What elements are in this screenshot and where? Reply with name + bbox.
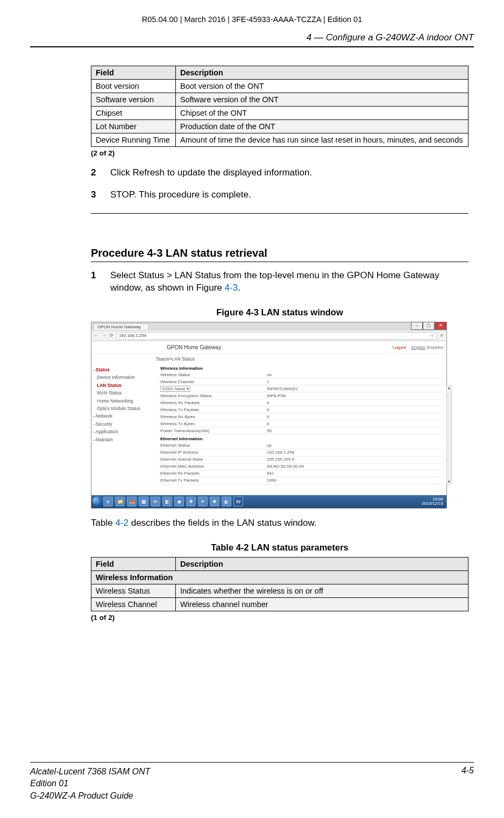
sidebar: Status Device Information LAN Status WAN…	[91, 364, 155, 488]
step-num: 3	[91, 189, 101, 201]
step-1: 1 Select Status > LAN Status from the to…	[91, 270, 468, 294]
nav-fwd-icon[interactable]: →	[101, 333, 107, 339]
taskbar-chrome-icon[interactable]: ◐	[222, 497, 231, 506]
section-header: 4 — Configure a G-240WZ-A indoor ONT	[30, 29, 474, 46]
table-link[interactable]: 4-2	[115, 518, 129, 528]
page-footer: Alcatel-Lucent 7368 ISAM ONT Edition 01 …	[30, 762, 474, 802]
lang-es-link[interactable]: Español	[428, 345, 443, 350]
nav-security[interactable]: Security	[94, 420, 153, 428]
url-text: 192.168.1.254	[119, 333, 146, 339]
label: Wireless Tx Packets	[158, 406, 265, 413]
label: Ethernet Subnet Mask	[158, 456, 265, 463]
menu-icon[interactable]: ≡	[439, 333, 444, 339]
window-min-button[interactable]: –	[411, 322, 423, 330]
label: Ethernet IP Address	[158, 449, 265, 456]
table-note: (1 of 2)	[91, 614, 468, 622]
figure-link[interactable]: 4-3	[225, 283, 238, 293]
taskbar-word-icon[interactable]: W	[233, 497, 243, 506]
label: Power Transmission(mW)	[158, 427, 265, 434]
nav-home-networking[interactable]: Home Networking	[94, 397, 153, 405]
figure-caption: Figure 4-3 LAN status window	[91, 307, 468, 318]
wireless-info-heading: Wireless Information	[158, 364, 443, 372]
nav-status[interactable]: Status	[94, 366, 153, 373]
scrollbar[interactable]	[446, 385, 452, 484]
value: 0	[265, 420, 443, 427]
nav-back-icon[interactable]: ←	[94, 333, 99, 339]
th-desc: Description	[176, 66, 468, 80]
value: INFINITUM4321	[265, 385, 443, 392]
nav-device-info[interactable]: Device Information	[94, 373, 153, 381]
taskbar-app-icon[interactable]: ❖	[186, 497, 196, 506]
step-text: Select Status > LAN Status from the top-…	[110, 270, 468, 294]
start-button[interactable]	[93, 497, 101, 505]
nav-network[interactable]: Network	[94, 412, 153, 420]
value: 50	[265, 427, 443, 434]
cell: Boot version	[91, 80, 176, 93]
label: Wireless Channel	[158, 378, 265, 385]
system-tray[interactable]: 15:06 2013/12/18	[422, 497, 445, 506]
main-panel: Wireless Information Wireless Statuson W…	[155, 364, 446, 488]
nav-reload-icon[interactable]: ⟳	[109, 333, 114, 339]
label: Ethernet Status	[158, 442, 265, 449]
step-num: 2	[91, 167, 101, 179]
address-bar[interactable]: 192.168.1.254 ☆	[116, 332, 437, 340]
cell: Wireless Channel	[91, 597, 176, 611]
label: Wireless Tx Bytes	[158, 420, 265, 427]
bookmark-icon[interactable]: ☆	[430, 333, 434, 339]
taskbar-explorer-icon[interactable]: 📁	[115, 497, 125, 506]
taskbar-ie-icon[interactable]: e	[103, 497, 113, 506]
label: Wireless Rx Bytes	[158, 413, 265, 420]
nav-application[interactable]: Application	[94, 428, 153, 435]
taskbar-app-icon[interactable]: ✚	[210, 497, 219, 506]
nav-maintain[interactable]: Maintain	[94, 436, 153, 443]
cell: Indicates whether the wireless is on or …	[176, 584, 468, 597]
window-close-button[interactable]: ✕	[435, 322, 446, 330]
wireless-info-table: Wireless Information Wireless Statuson W…	[158, 364, 443, 484]
table-note: (2 of 2)	[91, 149, 468, 157]
taskbar-firefox-icon[interactable]: 🦊	[127, 497, 137, 506]
footer-edition: Edition 01	[30, 778, 150, 789]
cell: Software version of the ONT	[176, 93, 468, 107]
th-desc: Description	[176, 557, 468, 570]
window-max-button[interactable]: ▢	[423, 322, 435, 330]
taskbar-app-icon[interactable]: ▦	[139, 497, 148, 506]
value: 841	[265, 470, 443, 477]
browser-tab[interactable]: GPON Home Gateway	[94, 323, 149, 330]
ethernet-info-heading: Ethernet Information	[158, 434, 443, 442]
value: 0	[265, 399, 443, 406]
ssid-select-cell: SSID1 Name ▾	[158, 385, 265, 392]
cell: Amount of time the device has run since …	[176, 133, 468, 147]
text: Table	[91, 518, 115, 528]
taskbar-app-icon[interactable]: ✦	[198, 497, 208, 506]
logout-link[interactable]: Logout	[393, 345, 406, 350]
breadcrumb: Status>LAN Status	[91, 354, 446, 364]
th-field: Field	[91, 557, 176, 570]
ssid-select[interactable]: SSID1 Name ▾	[160, 386, 190, 392]
value: A8:AD:3D:00:00:04	[265, 463, 443, 470]
lang-en-link[interactable]: English	[411, 345, 425, 350]
footer-guide: G-240WZ-A Product Guide	[30, 790, 150, 802]
cell: Wireless channel number	[176, 597, 468, 611]
step-text: Click Refresh to update the displayed in…	[110, 167, 312, 179]
section-row: Wireless Information	[91, 570, 468, 584]
text: Select Status > LAN Status from the top-…	[110, 270, 439, 293]
taskbar-app-icon[interactable]: ✉	[151, 497, 160, 506]
label: Ethernet Rx Packets	[158, 470, 265, 477]
nav-lan-status[interactable]: LAN Status	[94, 382, 153, 389]
cell: Device Running Time	[91, 133, 176, 147]
taskbar-app-icon[interactable]: ◆	[174, 497, 184, 506]
value: 1	[265, 378, 443, 385]
cell: Chipset	[91, 107, 176, 120]
nav-optics[interactable]: Optics Module Status	[94, 405, 153, 412]
value: on	[265, 371, 443, 378]
cell: Lot Number	[91, 120, 176, 133]
nav-wan-status[interactable]: WAN Status	[94, 389, 153, 397]
browser-toolbar: ← → ⟳ 192.168.1.254 ☆ ≡	[91, 331, 446, 341]
cell: Wireless Status	[91, 584, 176, 597]
taskbar-app-icon[interactable]: ◧	[162, 497, 172, 506]
app-title: GPON Home Gateway	[167, 344, 221, 350]
cell: Boot version of the ONT	[176, 80, 468, 93]
value: 192.168.1.254	[265, 449, 443, 456]
value: WPA-PSK	[265, 392, 443, 399]
value: 0	[265, 413, 443, 420]
